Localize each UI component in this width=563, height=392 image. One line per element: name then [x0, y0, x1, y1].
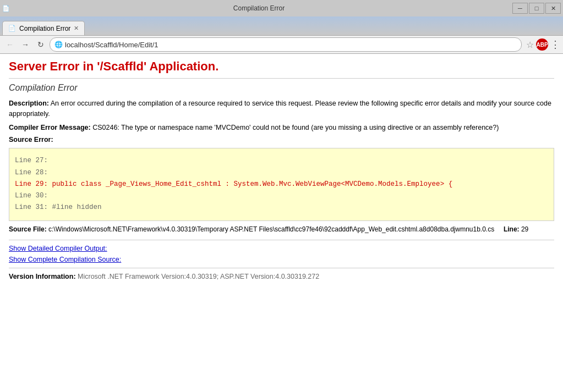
minimize-button[interactable]: ─	[512, 3, 528, 14]
description-line: Description: An error occurred during th…	[9, 98, 554, 119]
source-file-line: Source File: c:\Windows\Microsoft.NET\Fr…	[9, 225, 554, 233]
code-line: Line 31: #line hidden	[15, 202, 548, 213]
source-line-label: Line:	[504, 225, 520, 233]
divider-1	[9, 78, 554, 79]
close-window-button[interactable]: ✕	[545, 3, 561, 14]
divider-2	[9, 240, 554, 240]
compiler-error-label: Compiler Error Message:	[9, 124, 91, 131]
divider-3	[9, 268, 554, 268]
code-line: Line 27:	[15, 155, 548, 167]
source-error-label: Source Error:	[9, 136, 554, 143]
description-label: Description:	[9, 100, 49, 107]
page-content: Server Error in '/Scaffld' Application. …	[0, 54, 563, 286]
maximize-button[interactable]: □	[529, 3, 544, 14]
link1-line: Show Detailed Compiler Output:	[9, 245, 554, 252]
code-line: Line 28:	[15, 167, 548, 179]
address-input[interactable]	[65, 41, 517, 49]
tab-page-icon: 📄	[8, 25, 16, 32]
source-code-box: Line 27:Line 28:Line 29: public class _P…	[9, 148, 554, 220]
version-line: Version Information: Microsoft .NET Fram…	[9, 273, 554, 280]
window-controls[interactable]: ─ □ ✕	[512, 3, 561, 14]
section-title: Compilation Error	[9, 83, 554, 93]
tab-bar: 📄 Compilation Error ✕	[0, 16, 563, 35]
tab-close-button[interactable]: ✕	[74, 25, 79, 32]
source-file-path: c:\Windows\Microsoft.NET\Framework\v4.0.…	[48, 225, 494, 233]
version-value: Microsoft .NET Framework Version:4.0.303…	[78, 273, 319, 280]
code-line: Line 29: public class _Page_Views_Home_E…	[15, 179, 548, 190]
abp-button[interactable]: ABP	[536, 38, 548, 51]
address-lock-icon: 🌐	[54, 41, 63, 48]
address-bar-wrap[interactable]: 🌐	[50, 37, 522, 52]
bookmark-star-icon[interactable]: ☆	[526, 40, 534, 50]
complete-compilation-link[interactable]: Show Complete Compilation Source:	[9, 256, 121, 263]
browser-chrome: 📄 Compilation Error ─ □ ✕ 📄 Compilation …	[0, 0, 563, 54]
forward-button[interactable]: →	[19, 38, 32, 51]
version-label: Version Information:	[9, 273, 76, 280]
link2-line: Show Complete Compilation Source:	[9, 256, 554, 263]
browser-menu-icon[interactable]: ⋮	[550, 38, 560, 51]
server-error-title: Server Error in '/Scaffld' Application.	[9, 59, 554, 74]
source-line-number: 29	[521, 225, 528, 233]
source-file-label: Source File:	[9, 225, 47, 233]
refresh-button[interactable]: ↻	[34, 38, 47, 51]
active-tab[interactable]: 📄 Compilation Error ✕	[2, 21, 85, 35]
code-line: Line 30:	[15, 190, 548, 202]
compiler-error-line: Compiler Error Message: CS0246: The type…	[9, 123, 554, 133]
back-button[interactable]: ←	[3, 38, 17, 51]
title-bar: 📄 Compilation Error ─ □ ✕	[0, 0, 563, 16]
page-icon: 📄	[2, 5, 10, 12]
compiler-error-text: CS0246: The type or namespace name 'MVCD…	[92, 124, 499, 131]
description-text: An error occurred during the compilation…	[9, 100, 551, 118]
detailed-compiler-link[interactable]: Show Detailed Compiler Output:	[9, 245, 107, 252]
tab-title: Compilation Error	[19, 25, 70, 32]
nav-bar: ← → ↻ 🌐 ☆ ABP ⋮	[0, 35, 563, 54]
window-title: Compilation Error	[10, 4, 508, 12]
